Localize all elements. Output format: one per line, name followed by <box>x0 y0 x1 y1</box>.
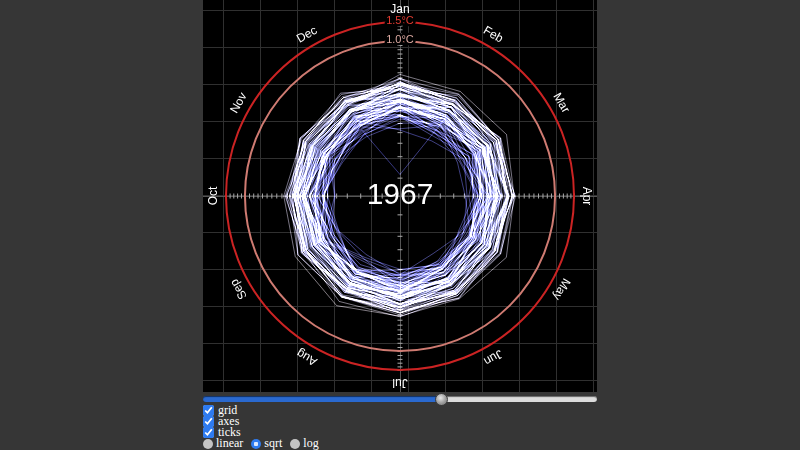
scale-sqrt-option[interactable]: sqrt <box>251 436 282 450</box>
axes-toggle[interactable]: axes <box>203 416 597 426</box>
grid-checkbox[interactable] <box>203 405 214 416</box>
sqrt-radio-label: sqrt <box>264 436 282 450</box>
sqrt-radio[interactable] <box>251 439 261 449</box>
scale-linear-option[interactable]: linear <box>203 436 243 450</box>
year-slider[interactable] <box>203 396 597 402</box>
display-controls: grid axes ticks linear sqrt <box>203 405 597 449</box>
climate-spiral-canvas <box>203 0 597 392</box>
scale-radio-group: linear sqrt log <box>203 438 597 449</box>
log-radio-label: log <box>303 436 318 450</box>
scale-log-option[interactable]: log <box>290 436 318 450</box>
axes-checkbox[interactable] <box>203 416 214 427</box>
linear-radio[interactable] <box>203 439 213 449</box>
grid-toggle[interactable]: grid <box>203 405 597 415</box>
visualization-stage: grid axes ticks linear sqrt <box>203 0 597 449</box>
log-radio[interactable] <box>290 439 300 449</box>
linear-radio-label: linear <box>216 436 243 450</box>
